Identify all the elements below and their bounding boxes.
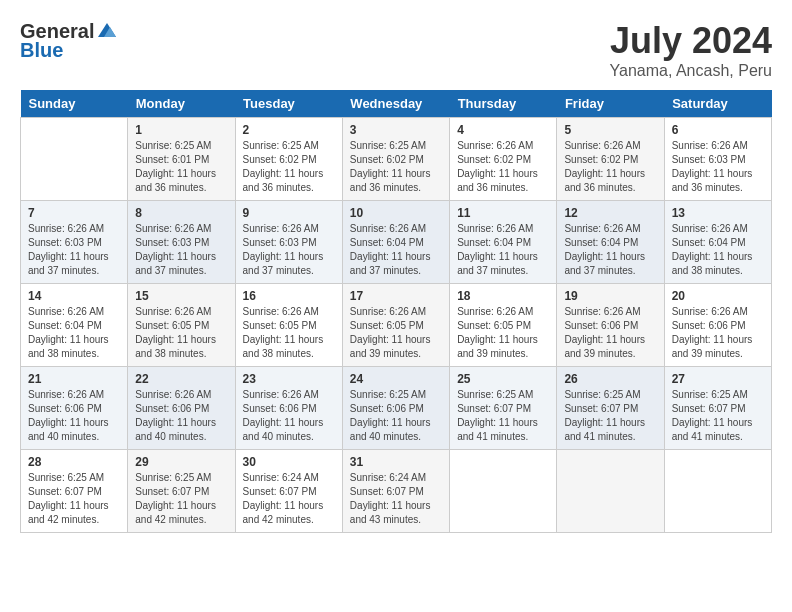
day-info: Sunrise: 6:26 AMSunset: 6:03 PMDaylight:… — [28, 222, 120, 278]
calendar-week-row: 14Sunrise: 6:26 AMSunset: 6:04 PMDayligh… — [21, 284, 772, 367]
calendar-cell: 17Sunrise: 6:26 AMSunset: 6:05 PMDayligh… — [342, 284, 449, 367]
calendar-cell — [557, 450, 664, 533]
calendar-cell: 12Sunrise: 6:26 AMSunset: 6:04 PMDayligh… — [557, 201, 664, 284]
calendar-cell: 1Sunrise: 6:25 AMSunset: 6:01 PMDaylight… — [128, 118, 235, 201]
calendar-cell: 29Sunrise: 6:25 AMSunset: 6:07 PMDayligh… — [128, 450, 235, 533]
day-number: 27 — [672, 372, 764, 386]
day-info: Sunrise: 6:25 AMSunset: 6:01 PMDaylight:… — [135, 139, 227, 195]
day-number: 31 — [350, 455, 442, 469]
calendar-week-row: 28Sunrise: 6:25 AMSunset: 6:07 PMDayligh… — [21, 450, 772, 533]
day-number: 5 — [564, 123, 656, 137]
weekday-header-row: SundayMondayTuesdayWednesdayThursdayFrid… — [21, 90, 772, 118]
calendar-cell: 3Sunrise: 6:25 AMSunset: 6:02 PMDaylight… — [342, 118, 449, 201]
day-info: Sunrise: 6:26 AMSunset: 6:03 PMDaylight:… — [672, 139, 764, 195]
day-info: Sunrise: 6:26 AMSunset: 6:03 PMDaylight:… — [135, 222, 227, 278]
weekday-header-tuesday: Tuesday — [235, 90, 342, 118]
day-info: Sunrise: 6:26 AMSunset: 6:04 PMDaylight:… — [350, 222, 442, 278]
day-number: 15 — [135, 289, 227, 303]
calendar-week-row: 21Sunrise: 6:26 AMSunset: 6:06 PMDayligh… — [21, 367, 772, 450]
calendar-cell: 19Sunrise: 6:26 AMSunset: 6:06 PMDayligh… — [557, 284, 664, 367]
calendar-cell: 21Sunrise: 6:26 AMSunset: 6:06 PMDayligh… — [21, 367, 128, 450]
day-info: Sunrise: 6:26 AMSunset: 6:06 PMDaylight:… — [135, 388, 227, 444]
calendar-week-row: 7Sunrise: 6:26 AMSunset: 6:03 PMDaylight… — [21, 201, 772, 284]
day-number: 18 — [457, 289, 549, 303]
day-info: Sunrise: 6:25 AMSunset: 6:07 PMDaylight:… — [135, 471, 227, 527]
calendar-week-row: 1Sunrise: 6:25 AMSunset: 6:01 PMDaylight… — [21, 118, 772, 201]
day-info: Sunrise: 6:24 AMSunset: 6:07 PMDaylight:… — [243, 471, 335, 527]
day-info: Sunrise: 6:26 AMSunset: 6:06 PMDaylight:… — [564, 305, 656, 361]
calendar-cell — [450, 450, 557, 533]
calendar-cell: 13Sunrise: 6:26 AMSunset: 6:04 PMDayligh… — [664, 201, 771, 284]
day-info: Sunrise: 6:25 AMSunset: 6:07 PMDaylight:… — [28, 471, 120, 527]
page-header: General Blue July 2024 Yanama, Ancash, P… — [20, 20, 772, 80]
day-info: Sunrise: 6:26 AMSunset: 6:05 PMDaylight:… — [135, 305, 227, 361]
day-info: Sunrise: 6:26 AMSunset: 6:04 PMDaylight:… — [457, 222, 549, 278]
calendar-cell: 20Sunrise: 6:26 AMSunset: 6:06 PMDayligh… — [664, 284, 771, 367]
day-info: Sunrise: 6:26 AMSunset: 6:06 PMDaylight:… — [672, 305, 764, 361]
calendar-cell: 5Sunrise: 6:26 AMSunset: 6:02 PMDaylight… — [557, 118, 664, 201]
calendar-cell: 14Sunrise: 6:26 AMSunset: 6:04 PMDayligh… — [21, 284, 128, 367]
day-number: 2 — [243, 123, 335, 137]
day-info: Sunrise: 6:26 AMSunset: 6:05 PMDaylight:… — [243, 305, 335, 361]
day-number: 7 — [28, 206, 120, 220]
day-info: Sunrise: 6:25 AMSunset: 6:02 PMDaylight:… — [350, 139, 442, 195]
day-number: 23 — [243, 372, 335, 386]
day-number: 9 — [243, 206, 335, 220]
calendar-cell: 10Sunrise: 6:26 AMSunset: 6:04 PMDayligh… — [342, 201, 449, 284]
calendar-cell: 25Sunrise: 6:25 AMSunset: 6:07 PMDayligh… — [450, 367, 557, 450]
logo-icon — [96, 21, 118, 39]
weekday-header-thursday: Thursday — [450, 90, 557, 118]
day-number: 28 — [28, 455, 120, 469]
location-title: Yanama, Ancash, Peru — [610, 62, 772, 80]
calendar-cell: 9Sunrise: 6:26 AMSunset: 6:03 PMDaylight… — [235, 201, 342, 284]
day-info: Sunrise: 6:26 AMSunset: 6:05 PMDaylight:… — [457, 305, 549, 361]
calendar-table: SundayMondayTuesdayWednesdayThursdayFrid… — [20, 90, 772, 533]
day-info: Sunrise: 6:26 AMSunset: 6:06 PMDaylight:… — [28, 388, 120, 444]
weekday-header-friday: Friday — [557, 90, 664, 118]
day-number: 4 — [457, 123, 549, 137]
day-info: Sunrise: 6:26 AMSunset: 6:02 PMDaylight:… — [457, 139, 549, 195]
calendar-cell: 2Sunrise: 6:25 AMSunset: 6:02 PMDaylight… — [235, 118, 342, 201]
day-number: 6 — [672, 123, 764, 137]
calendar-cell: 7Sunrise: 6:26 AMSunset: 6:03 PMDaylight… — [21, 201, 128, 284]
day-info: Sunrise: 6:26 AMSunset: 6:05 PMDaylight:… — [350, 305, 442, 361]
calendar-cell — [21, 118, 128, 201]
calendar-cell: 31Sunrise: 6:24 AMSunset: 6:07 PMDayligh… — [342, 450, 449, 533]
day-number: 13 — [672, 206, 764, 220]
month-title: July 2024 — [610, 20, 772, 62]
day-number: 25 — [457, 372, 549, 386]
calendar-cell: 6Sunrise: 6:26 AMSunset: 6:03 PMDaylight… — [664, 118, 771, 201]
day-info: Sunrise: 6:26 AMSunset: 6:04 PMDaylight:… — [672, 222, 764, 278]
calendar-cell: 23Sunrise: 6:26 AMSunset: 6:06 PMDayligh… — [235, 367, 342, 450]
day-number: 22 — [135, 372, 227, 386]
day-number: 14 — [28, 289, 120, 303]
day-info: Sunrise: 6:26 AMSunset: 6:03 PMDaylight:… — [243, 222, 335, 278]
day-number: 19 — [564, 289, 656, 303]
day-number: 20 — [672, 289, 764, 303]
title-area: July 2024 Yanama, Ancash, Peru — [610, 20, 772, 80]
day-number: 30 — [243, 455, 335, 469]
day-info: Sunrise: 6:26 AMSunset: 6:02 PMDaylight:… — [564, 139, 656, 195]
weekday-header-saturday: Saturday — [664, 90, 771, 118]
logo: General Blue — [20, 20, 118, 62]
calendar-cell — [664, 450, 771, 533]
day-info: Sunrise: 6:25 AMSunset: 6:07 PMDaylight:… — [457, 388, 549, 444]
calendar-cell: 24Sunrise: 6:25 AMSunset: 6:06 PMDayligh… — [342, 367, 449, 450]
calendar-cell: 11Sunrise: 6:26 AMSunset: 6:04 PMDayligh… — [450, 201, 557, 284]
calendar-cell: 28Sunrise: 6:25 AMSunset: 6:07 PMDayligh… — [21, 450, 128, 533]
day-number: 17 — [350, 289, 442, 303]
calendar-cell: 30Sunrise: 6:24 AMSunset: 6:07 PMDayligh… — [235, 450, 342, 533]
calendar-cell: 16Sunrise: 6:26 AMSunset: 6:05 PMDayligh… — [235, 284, 342, 367]
day-number: 24 — [350, 372, 442, 386]
day-info: Sunrise: 6:25 AMSunset: 6:02 PMDaylight:… — [243, 139, 335, 195]
calendar-cell: 26Sunrise: 6:25 AMSunset: 6:07 PMDayligh… — [557, 367, 664, 450]
day-number: 1 — [135, 123, 227, 137]
day-info: Sunrise: 6:25 AMSunset: 6:06 PMDaylight:… — [350, 388, 442, 444]
day-number: 21 — [28, 372, 120, 386]
calendar-cell: 18Sunrise: 6:26 AMSunset: 6:05 PMDayligh… — [450, 284, 557, 367]
day-info: Sunrise: 6:26 AMSunset: 6:06 PMDaylight:… — [243, 388, 335, 444]
day-number: 10 — [350, 206, 442, 220]
calendar-cell: 4Sunrise: 6:26 AMSunset: 6:02 PMDaylight… — [450, 118, 557, 201]
day-number: 12 — [564, 206, 656, 220]
day-info: Sunrise: 6:26 AMSunset: 6:04 PMDaylight:… — [28, 305, 120, 361]
